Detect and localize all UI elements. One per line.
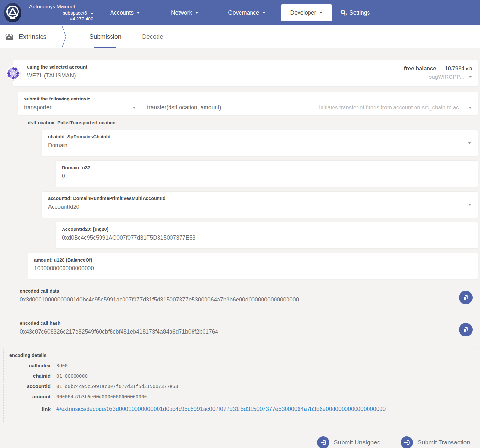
chevron-down-icon [195, 12, 198, 14]
chevron-down-icon [468, 142, 471, 144]
table-row: chainid 01 00000000 [9, 371, 472, 381]
account-id20-value: 0xd0Bc4c95c5991AC007f077d31F5D315007377E… [62, 234, 472, 241]
sign-in-icon [317, 436, 329, 448]
pallet-value: transporter [24, 104, 52, 111]
encoded-call-hash-value: 0x43c07c608326c217e82549f60cbf8cbf481eb4… [20, 328, 472, 335]
decode-link[interactable]: #/extrinsics/decode/0x3d00010000000001d0… [56, 404, 386, 414]
detail-key: amount [9, 392, 56, 402]
detail-key: chainid [9, 371, 56, 381]
autonomys-logo-icon[interactable] [3, 3, 23, 23]
encoding-details-label: encoding details [9, 353, 472, 358]
dst-location-label: dstLocation: PalletTransporterLocation [28, 120, 478, 125]
domain-input-card[interactable]: Domain: u32 0 [56, 160, 478, 187]
encoding-details-table: callindex 3d00 chainid 01 00000000 accou… [9, 360, 472, 415]
encoded-call-data-label: encoded call data [20, 289, 472, 294]
detail-value: 000064a7b3b6e00d0000000000000000 [56, 392, 147, 402]
copy-icon [462, 294, 469, 301]
extrinsic-select-card: submit the following extrinsic transport… [18, 92, 478, 115]
chevron-down-icon [469, 107, 472, 109]
encoded-call-data-value: 0x3d00010000000001d0bc4c95c5991ac007f077… [20, 296, 472, 303]
page-title: Extrinsics [19, 33, 47, 41]
nav-developer[interactable]: Developer [281, 4, 333, 21]
nav-settings[interactable]: ⚙⚙ Settings [340, 9, 370, 16]
copy-icon [462, 326, 469, 333]
chain-name: Autonomys Mainnet [29, 4, 93, 10]
pallet-select[interactable]: transporter [24, 104, 136, 111]
nav-governance[interactable]: Governance [228, 9, 265, 16]
detail-value: 3d00 [56, 360, 68, 371]
tab-bar: Submission Decode [88, 25, 165, 48]
table-row: amount 000064a7b3b6e00d0000000000000000 [9, 392, 472, 402]
gear-icon: ⚙⚙ [340, 9, 347, 16]
domain-value: 0 [62, 173, 472, 180]
account-id-select[interactable]: accountId: DomainRuntimePrimitivesMultiA… [42, 191, 478, 218]
table-row: link #/extrinsics/decode/0x3d00010000000… [9, 404, 472, 415]
account-address-short: sugWfRGPP... [429, 73, 464, 81]
encoding-details-section: encoding details callindex 3d00 chainid … [3, 348, 478, 423]
free-balance-int: 10. [445, 65, 452, 72]
account-address-toggle[interactable]: sugWfRGPP... [404, 73, 472, 81]
breadcrumb: Extrinsics [5, 32, 56, 41]
chevron-down-icon [91, 13, 93, 15]
chevron-down-icon [319, 12, 322, 14]
encoded-call-hash-section: encoded call hash 0x43c07c608326c217e825… [14, 316, 478, 343]
sign-in-icon [401, 436, 413, 448]
breadcrumb-chevron-icon [60, 25, 67, 48]
copy-call-data-button[interactable] [459, 291, 473, 304]
block-number: #4,277,400 [29, 16, 93, 22]
params-tree: dstLocation: PalletTransporterLocation c… [14, 120, 478, 279]
chain-id-value: Domain [48, 142, 472, 149]
chevron-down-icon [137, 12, 140, 14]
chevron-down-icon [468, 204, 471, 206]
detail-value: 01 00000000 [56, 371, 88, 381]
domain-label: Domain: u32 [62, 165, 472, 170]
detail-key: link [9, 404, 56, 415]
selected-account: using the selected account WEZL (TALISMA… [27, 65, 87, 82]
account-id-children: AccountId20: [u8;20] 0xd0Bc4c95c5991AC00… [42, 222, 478, 249]
chain-selector[interactable]: Autonomys Mainnet subspace/6 #4,277,400 [29, 4, 93, 22]
method-value: transfer(dstLocation, amount) [147, 104, 221, 111]
amount-value: 1000000000000000000 [34, 265, 472, 272]
extrinsic-section-label: submit the following extrinsic [24, 96, 472, 101]
account-id20-label: AccountId20: [u8;20] [62, 227, 472, 232]
encoded-call-data-section: encoded call data 0x3d00010000000001d0bc… [14, 284, 478, 311]
breadcrumb-bar: Extrinsics Submission Decode [0, 25, 480, 48]
table-row: accountid 01 d0bc4c95c5991ac007f077d31f5… [9, 381, 472, 392]
submit-transaction-button[interactable]: Submit Transaction [401, 436, 470, 448]
account-id-value: AccountId20 [48, 204, 472, 210]
extrinsics-submission-page: using the selected account WEZL (TALISMA… [0, 48, 480, 448]
submit-unsigned-button[interactable]: Submit Unsigned [317, 436, 381, 448]
detail-key: callindex [9, 360, 56, 371]
chevron-down-icon [263, 12, 266, 14]
chevron-down-icon [133, 107, 136, 109]
free-balance-label: free balance [404, 65, 436, 72]
method-description: Initiates transfer of funds from account… [319, 104, 463, 111]
free-balance-unit: ai3 [466, 66, 472, 71]
account-id-label: accountId: DomainRuntimePrimitivesMultiA… [48, 196, 472, 201]
copy-call-hash-button[interactable] [459, 323, 473, 336]
amount-label: amount: u128 (BalanceOf) [34, 257, 472, 263]
account-id20-input-card[interactable]: AccountId20: [u8;20] 0xd0Bc4c95c5991AC00… [56, 222, 478, 249]
tab-decode[interactable]: Decode [140, 25, 165, 48]
chain-id-label: chainId: SpDomainsChainId [48, 134, 472, 139]
amount-input-card[interactable]: amount: u128 (BalanceOf) 100000000000000… [28, 253, 478, 279]
nav-network[interactable]: Network [171, 9, 198, 16]
encoded-call-hash-label: encoded call hash [20, 321, 472, 326]
account-identicon[interactable] [6, 66, 21, 81]
method-select[interactable]: Initiates transfer of funds from account… [221, 104, 472, 111]
detail-key: accountid [9, 381, 56, 392]
chain-id-select[interactable]: chainId: SpDomainsChainId Domain [42, 130, 478, 156]
main-nav: Accounts Network Governance Developer ⚙⚙… [110, 4, 370, 21]
submit-actions: Submit Unsigned Submit Transaction [0, 436, 470, 448]
account-selector-card[interactable]: using the selected account WEZL (TALISMA… [13, 60, 478, 87]
network-name: subspace/6 [63, 10, 87, 16]
tab-submission[interactable]: Submission [88, 25, 123, 48]
table-row: callindex 3d00 [9, 360, 472, 371]
account-name: WEZL (TALISMAN) [27, 72, 87, 79]
account-field-label: using the selected account [27, 65, 87, 70]
nav-accounts[interactable]: Accounts [110, 9, 140, 16]
free-balance-frac: 7984 [452, 65, 464, 72]
account-balance-box: free balance10.7984 ai3 sugWfRGPP... [404, 65, 472, 82]
dst-location-children: chainId: SpDomainsChainId Domain Domain:… [28, 130, 478, 249]
chain-id-children: Domain: u32 0 [42, 160, 478, 187]
